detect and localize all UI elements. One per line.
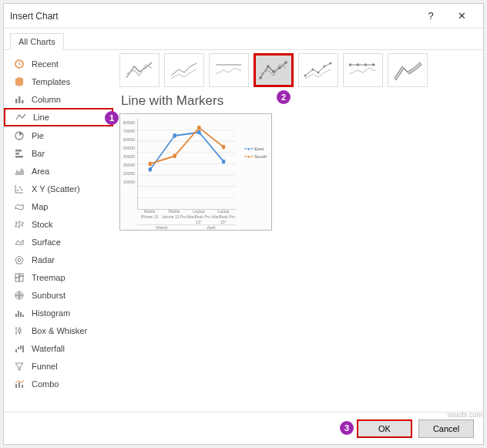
sidebar-item-label: Recent — [32, 59, 59, 69]
svg-point-54 — [197, 130, 201, 135]
plot-grid — [137, 119, 236, 210]
sidebar-item-label: Map — [32, 202, 48, 211]
sidebar-item-surface[interactable]: Surface — [4, 233, 113, 251]
insert-chart-dialog: Insert Chart ? ✕ All Charts Recent Templ… — [3, 3, 484, 445]
waterfall-icon — [13, 342, 25, 355]
pie-icon — [13, 130, 25, 142]
chart-subtype-title: Line with Markers — [121, 93, 477, 109]
combo-icon — [13, 378, 25, 390]
funnel-icon — [13, 360, 25, 372]
svg-rect-42 — [357, 64, 359, 66]
svg-rect-22 — [22, 315, 24, 317]
cancel-button[interactable]: Cancel — [418, 419, 474, 438]
svg-rect-19 — [15, 314, 17, 317]
sunburst-icon — [13, 289, 25, 301]
svg-rect-3 — [22, 100, 24, 103]
main-panel: 2 Line with Markers 80000 70000 60000 50… — [113, 50, 483, 412]
sidebar-item-area[interactable]: Area — [4, 162, 113, 180]
recent-icon — [13, 58, 25, 70]
watermark: wsxdn.com — [448, 411, 482, 419]
close-button[interactable]: ✕ — [446, 5, 477, 27]
histogram-icon — [13, 307, 25, 319]
subtype-3d-line[interactable] — [388, 53, 428, 87]
svg-rect-28 — [15, 384, 17, 388]
sidebar-item-label: Box & Whisker — [32, 326, 87, 335]
y-axis-labels: 80000 70000 60000 50000 40000 30000 2000… — [123, 119, 135, 187]
svg-rect-15 — [19, 276, 23, 281]
sidebar-item-label: Treemap — [32, 273, 65, 282]
chart-type-sidebar: Recent Templates Column Line 1 Pie Ba — [4, 50, 113, 412]
svg-rect-33 — [273, 71, 275, 73]
help-button[interactable]: ? — [415, 5, 446, 27]
subtype-stacked-line[interactable] — [164, 53, 204, 87]
templates-icon — [13, 76, 25, 88]
sidebar-item-treemap[interactable]: Treemap — [4, 268, 113, 286]
svg-rect-43 — [364, 64, 367, 66]
sidebar-item-bar[interactable]: Bar — [4, 144, 113, 162]
annotation-badge-1: 1 — [105, 111, 119, 125]
sidebar-item-column[interactable]: Column — [4, 90, 113, 108]
subtype-stacked-line-markers[interactable] — [298, 53, 338, 87]
boxwhisker-icon — [13, 325, 25, 337]
sidebar-item-label: Area — [32, 167, 49, 176]
chart-preview[interactable]: 80000 70000 60000 50000 40000 30000 2000… — [119, 113, 272, 231]
sidebar-item-combo[interactable]: Combo — [4, 375, 113, 392]
sidebar-item-line[interactable]: Line 1 — [4, 108, 113, 126]
subtype-100-stacked-line-markers[interactable] — [343, 53, 383, 87]
sidebar-item-label: Stock — [32, 220, 53, 229]
sidebar-item-boxwhisker[interactable]: Box & Whisker — [4, 322, 113, 339]
svg-rect-34 — [279, 67, 281, 69]
annotation-badge-2: 2 — [277, 90, 291, 104]
sidebar-item-recent[interactable]: Recent — [4, 55, 113, 72]
svg-marker-12 — [18, 258, 21, 261]
svg-rect-5 — [15, 150, 22, 152]
sidebar-item-templates[interactable]: Templates — [4, 72, 113, 90]
svg-point-52 — [149, 167, 153, 172]
svg-rect-27 — [22, 345, 24, 352]
svg-point-10 — [21, 189, 22, 190]
subtype-line-markers[interactable] — [254, 53, 294, 87]
sidebar-item-label: Combo — [32, 379, 59, 389]
svg-rect-32 — [267, 66, 270, 68]
svg-rect-16 — [15, 278, 19, 281]
svg-rect-31 — [260, 77, 262, 79]
sidebar-item-label: Funnel — [32, 362, 58, 371]
svg-rect-30 — [22, 385, 23, 388]
ok-button[interactable]: OK — [357, 419, 412, 438]
sidebar-item-waterfall[interactable]: Waterfall — [4, 339, 113, 357]
tab-all-charts[interactable]: All Charts — [10, 33, 64, 50]
svg-point-36 — [304, 75, 307, 77]
chart-legend: ━●━ East ━●━ South — [244, 145, 267, 160]
sidebar-item-label: Pie — [32, 131, 44, 140]
sidebar-item-pie[interactable]: Pie — [4, 126, 113, 144]
svg-point-38 — [317, 72, 320, 74]
sidebar-item-label: Waterfall — [32, 344, 65, 353]
sidebar-item-stock[interactable]: Stock — [4, 215, 113, 233]
svg-rect-13 — [15, 274, 19, 278]
sidebar-item-label: Column — [32, 95, 61, 104]
svg-rect-25 — [18, 347, 19, 349]
sidebar-item-radar[interactable]: Radar — [4, 251, 113, 268]
sidebar-item-label: Radar — [32, 255, 55, 264]
subtype-line[interactable] — [119, 53, 160, 87]
scatter-icon — [13, 183, 25, 195]
svg-point-8 — [17, 190, 18, 191]
svg-rect-21 — [20, 312, 22, 317]
svg-rect-6 — [15, 153, 19, 155]
subtype-row: 2 — [119, 53, 477, 87]
dialog-title: Insert Chart — [10, 11, 415, 22]
sidebar-item-funnel[interactable]: Funnel — [4, 357, 113, 375]
titlebar: Insert Chart ? ✕ — [4, 4, 483, 29]
sidebar-item-map[interactable]: Map — [4, 197, 113, 215]
subtype-100-stacked-line[interactable] — [209, 53, 249, 87]
sidebar-item-label: Line — [33, 113, 49, 122]
sidebar-item-sunburst[interactable]: Sunburst — [4, 286, 113, 304]
svg-rect-35 — [285, 62, 287, 64]
sidebar-item-histogram[interactable]: Histogram — [4, 304, 113, 322]
svg-point-37 — [312, 69, 314, 71]
sidebar-item-label: Histogram — [32, 308, 70, 318]
line-icon — [15, 111, 27, 123]
svg-rect-41 — [349, 64, 351, 66]
sidebar-item-label: Bar — [32, 149, 45, 158]
sidebar-item-scatter[interactable]: X Y (Scatter) — [4, 180, 113, 197]
